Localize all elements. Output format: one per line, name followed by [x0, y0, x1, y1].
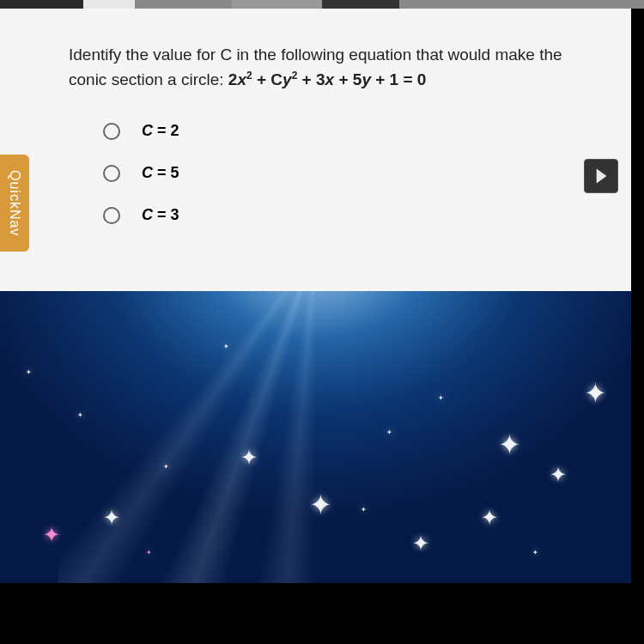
option-2[interactable]: C = 5: [103, 164, 631, 182]
next-button[interactable]: [584, 159, 618, 193]
question-panel: Identify the value for C in the followin…: [0, 9, 631, 291]
radio-icon[interactable]: [103, 165, 120, 182]
answer-options: C = 2 C = 5 C = 3: [0, 122, 631, 224]
option-3[interactable]: C = 3: [103, 206, 631, 224]
top-tab-bar: [0, 0, 644, 9]
equation-text: 2x2 + Cy2 + 3x + 5y + 1 = 0: [228, 70, 427, 88]
option-2-label: C = 5: [142, 164, 179, 182]
radio-icon[interactable]: [103, 123, 120, 140]
next-arrow-icon: [592, 167, 610, 185]
prompt-text-2: conic section a circle:: [69, 70, 228, 88]
prompt-text-1: Identify the value for C in the followin…: [69, 46, 562, 64]
quicknav-label: QuickNav: [8, 170, 22, 236]
option-3-label: C = 3: [142, 206, 179, 224]
question-prompt: Identify the value for C in the followin…: [0, 43, 631, 92]
quicknav-tab[interactable]: QuickNav: [0, 155, 29, 252]
background-image: ✦ ✦ ✦ ✦ ✦ ✦ ✦ ✦ ✦ ✦ ✦ ✦ ✦ ✦ ✦ ✦ ✦ ✦: [0, 291, 631, 583]
bottom-bar: [0, 583, 644, 626]
option-1[interactable]: C = 2: [103, 122, 631, 140]
radio-icon[interactable]: [103, 207, 120, 224]
option-1-label: C = 2: [142, 122, 179, 140]
